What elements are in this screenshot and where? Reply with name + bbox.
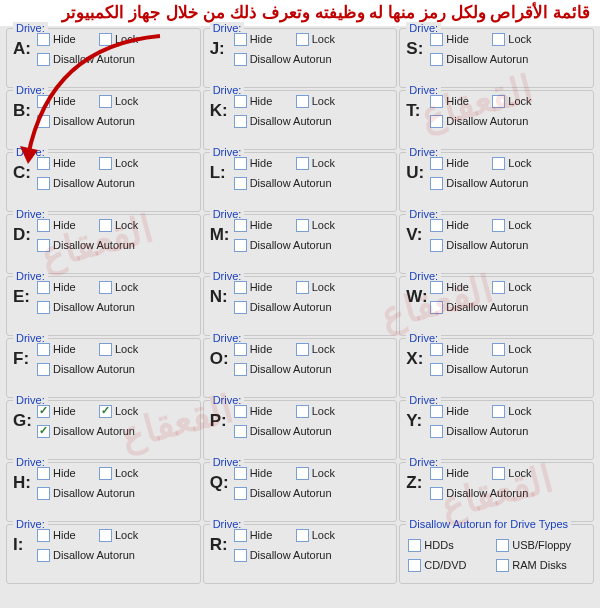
disallow-checkbox[interactable]: Disallow Autorun bbox=[430, 53, 528, 66]
lock-checkbox[interactable]: Lock bbox=[296, 95, 356, 108]
checkbox-box[interactable] bbox=[430, 33, 443, 46]
checkbox-box[interactable] bbox=[430, 425, 443, 438]
lock-checkbox[interactable]: Lock bbox=[492, 33, 552, 46]
disallow-checkbox[interactable]: Disallow Autorun bbox=[234, 425, 332, 438]
checkbox-box[interactable] bbox=[296, 467, 309, 480]
lock-checkbox[interactable]: Lock bbox=[492, 467, 552, 480]
checkbox-box[interactable] bbox=[37, 467, 50, 480]
checkbox-box[interactable] bbox=[430, 219, 443, 232]
checkbox-box[interactable] bbox=[37, 301, 50, 314]
checkbox-box[interactable] bbox=[37, 487, 50, 500]
lock-checkbox[interactable]: Lock bbox=[99, 467, 159, 480]
checkbox-box[interactable] bbox=[37, 53, 50, 66]
checkbox-box[interactable] bbox=[430, 301, 443, 314]
checkbox-box[interactable] bbox=[296, 343, 309, 356]
lock-checkbox[interactable]: Lock bbox=[492, 405, 552, 418]
checkbox-box[interactable] bbox=[492, 467, 505, 480]
disallow-checkbox[interactable]: Disallow Autorun bbox=[234, 487, 332, 500]
lock-checkbox[interactable]: Lock bbox=[99, 343, 159, 356]
disallow-checkbox[interactable]: Disallow Autorun bbox=[37, 301, 135, 314]
disallow-checkbox[interactable]: Disallow Autorun bbox=[430, 363, 528, 376]
checkbox-box[interactable] bbox=[492, 405, 505, 418]
disallow-checkbox[interactable]: Disallow Autorun bbox=[430, 487, 528, 500]
disallow-checkbox[interactable]: Disallow Autorun bbox=[234, 177, 332, 190]
checkbox-box[interactable] bbox=[99, 219, 112, 232]
hide-checkbox[interactable]: Hide bbox=[37, 281, 97, 294]
disallow-checkbox[interactable]: Disallow Autorun bbox=[37, 239, 135, 252]
checkbox-box[interactable] bbox=[430, 343, 443, 356]
checkbox-box[interactable] bbox=[37, 549, 50, 562]
hide-checkbox[interactable]: Hide bbox=[37, 467, 97, 480]
hide-checkbox[interactable]: Hide bbox=[37, 529, 97, 542]
disallow-checkbox[interactable]: Disallow Autorun bbox=[234, 239, 332, 252]
lock-checkbox[interactable]: Lock bbox=[296, 33, 356, 46]
disallow-checkbox[interactable]: Disallow Autorun bbox=[234, 301, 332, 314]
checkbox-box[interactable] bbox=[37, 239, 50, 252]
hide-checkbox[interactable]: Hide bbox=[37, 95, 97, 108]
hide-checkbox[interactable]: Hide bbox=[234, 33, 294, 46]
hide-checkbox[interactable]: Hide bbox=[430, 281, 490, 294]
checkbox-box[interactable] bbox=[234, 405, 247, 418]
checkbox-box[interactable] bbox=[492, 219, 505, 232]
type-hdds-checkbox[interactable]: HDDs bbox=[408, 539, 494, 552]
checkbox-box[interactable] bbox=[430, 115, 443, 128]
lock-checkbox[interactable]: Lock bbox=[296, 405, 356, 418]
checkbox-box[interactable] bbox=[430, 405, 443, 418]
lock-checkbox[interactable]: Lock bbox=[99, 219, 159, 232]
checkbox-box[interactable] bbox=[492, 157, 505, 170]
checkbox-box[interactable] bbox=[99, 157, 112, 170]
checkbox-box[interactable] bbox=[234, 549, 247, 562]
hide-checkbox[interactable]: Hide bbox=[234, 405, 294, 418]
hide-checkbox[interactable]: Hide bbox=[37, 343, 97, 356]
checkbox-box[interactable] bbox=[37, 281, 50, 294]
disallow-checkbox[interactable]: Disallow Autorun bbox=[37, 487, 135, 500]
hide-checkbox[interactable]: Hide bbox=[37, 157, 97, 170]
hide-checkbox[interactable]: Hide bbox=[234, 281, 294, 294]
disallow-checkbox[interactable]: Disallow Autorun bbox=[37, 425, 135, 438]
checkbox-box[interactable] bbox=[296, 529, 309, 542]
disallow-checkbox[interactable]: Disallow Autorun bbox=[37, 177, 135, 190]
checkbox-box[interactable] bbox=[234, 33, 247, 46]
checkbox-box[interactable] bbox=[492, 343, 505, 356]
hide-checkbox[interactable]: Hide bbox=[234, 95, 294, 108]
checkbox-box[interactable] bbox=[234, 239, 247, 252]
checkbox-box[interactable] bbox=[296, 95, 309, 108]
checkbox-box[interactable] bbox=[37, 343, 50, 356]
lock-checkbox[interactable]: Lock bbox=[296, 467, 356, 480]
hide-checkbox[interactable]: Hide bbox=[234, 467, 294, 480]
hide-checkbox[interactable]: Hide bbox=[37, 219, 97, 232]
hide-checkbox[interactable]: Hide bbox=[37, 33, 97, 46]
lock-checkbox[interactable]: Lock bbox=[99, 529, 159, 542]
checkbox-box[interactable] bbox=[430, 487, 443, 500]
hide-checkbox[interactable]: Hide bbox=[430, 33, 490, 46]
checkbox-box[interactable] bbox=[37, 405, 50, 418]
hide-checkbox[interactable]: Hide bbox=[430, 467, 490, 480]
lock-checkbox[interactable]: Lock bbox=[99, 157, 159, 170]
checkbox-box[interactable] bbox=[430, 281, 443, 294]
type-usb-checkbox[interactable]: USB/Floppy bbox=[496, 539, 582, 552]
lock-checkbox[interactable]: Lock bbox=[99, 33, 159, 46]
hide-checkbox[interactable]: Hide bbox=[234, 219, 294, 232]
checkbox-box[interactable] bbox=[234, 425, 247, 438]
checkbox-box[interactable] bbox=[99, 529, 112, 542]
lock-checkbox[interactable]: Lock bbox=[99, 405, 159, 418]
checkbox-box[interactable] bbox=[430, 239, 443, 252]
checkbox-box[interactable] bbox=[430, 177, 443, 190]
checkbox-box[interactable] bbox=[99, 95, 112, 108]
checkbox-box[interactable] bbox=[496, 539, 509, 552]
disallow-checkbox[interactable]: Disallow Autorun bbox=[430, 425, 528, 438]
checkbox-box[interactable] bbox=[234, 177, 247, 190]
checkbox-box[interactable] bbox=[430, 53, 443, 66]
checkbox-box[interactable] bbox=[430, 95, 443, 108]
disallow-checkbox[interactable]: Disallow Autorun bbox=[37, 549, 135, 562]
disallow-checkbox[interactable]: Disallow Autorun bbox=[37, 53, 135, 66]
checkbox-box[interactable] bbox=[37, 95, 50, 108]
lock-checkbox[interactable]: Lock bbox=[99, 95, 159, 108]
checkbox-box[interactable] bbox=[496, 559, 509, 572]
lock-checkbox[interactable]: Lock bbox=[99, 281, 159, 294]
checkbox-box[interactable] bbox=[99, 343, 112, 356]
checkbox-box[interactable] bbox=[234, 95, 247, 108]
hide-checkbox[interactable]: Hide bbox=[430, 157, 490, 170]
lock-checkbox[interactable]: Lock bbox=[296, 157, 356, 170]
checkbox-box[interactable] bbox=[296, 281, 309, 294]
